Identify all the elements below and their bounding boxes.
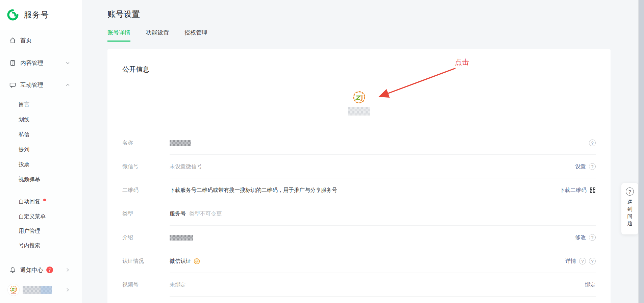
row-name: 名称 ? <box>107 131 611 155</box>
page-title: 账号设置 <box>107 9 140 20</box>
sidebar-item-label: 通知中心 <box>20 266 43 274</box>
question-mark-icon: ? <box>626 187 634 196</box>
chevron-right-icon <box>65 268 70 272</box>
unread-dot <box>43 199 46 201</box>
sidebar-item-home[interactable]: 首页 <box>0 35 82 46</box>
row-qrcode: 二维码 下载服务号二维码或带有搜一搜标识的二维码，用于推广与分享服务号 下载二维… <box>107 178 611 202</box>
help-icon[interactable]: ? <box>589 163 596 170</box>
download-qrcode-link[interactable]: 下载二维码 <box>560 187 587 194</box>
help-icon[interactable]: ? <box>589 140 596 146</box>
sidebar-subitem-auto-reply[interactable]: 自动回复 <box>0 197 82 207</box>
sidebar-subitem-private-messages[interactable]: 私信 <box>0 129 82 140</box>
sidebar-item-label: 内容管理 <box>20 59 43 67</box>
qrcode-icon[interactable] <box>590 187 596 193</box>
name-value-redacted <box>170 140 191 146</box>
sidebar-item-content-management[interactable]: 内容管理 <box>0 57 82 68</box>
sidebar-subitem-custom-menu[interactable]: 自定义菜单 <box>0 211 82 222</box>
brand-header: 服务号 <box>0 0 82 30</box>
tab-bar: 账号详情 功能设置 授权管理 <box>107 29 611 41</box>
modify-introduction-link[interactable]: 修改 <box>575 234 586 241</box>
row-type: 类型 服务号 类型不可变更 <box>107 202 611 226</box>
sidebar: 服务号 首页 内容管理 互动管理 留言 划线 私信 提到 投票 视频弹幕 自动回… <box>0 0 82 303</box>
video-channel-value: 未绑定 <box>170 281 186 288</box>
account-display-name-redacted <box>348 107 370 116</box>
wechat-id-value: 未设置微信号 <box>170 163 202 170</box>
notification-badge: 7 <box>46 267 53 273</box>
help-icon[interactable]: ? <box>589 258 596 264</box>
tab-account-details[interactable]: 账号详情 <box>107 29 130 41</box>
introduction-value-redacted <box>170 235 193 241</box>
brand-title: 服务号 <box>24 9 49 20</box>
sidebar-item-label: 互动管理 <box>20 81 43 89</box>
sidebar-subitem-in-account-search[interactable]: 号内搜索 <box>0 241 82 251</box>
sidebar-item-label: 首页 <box>20 36 32 44</box>
account-switcher[interactable] <box>0 283 82 297</box>
chevron-down-icon[interactable] <box>66 61 70 65</box>
verification-details-link[interactable]: 详情 <box>565 258 576 265</box>
sidebar-item-interaction-management[interactable]: 互动管理 <box>0 79 82 90</box>
public-info-card: 公开信息 点击 名称 ? 微信号 未设置微信 <box>107 49 611 303</box>
account-avatar-block <box>107 89 611 116</box>
tab-function-settings[interactable]: 功能设置 <box>146 29 169 41</box>
sidebar-subitem-comments[interactable]: 留言 <box>0 99 82 109</box>
sidebar-subitem-video-danmu[interactable]: 视频弹幕 <box>0 174 82 184</box>
account-detail-rows: 名称 ? 微信号 未设置微信号 设置 ? 二维码 下载服务号二维码或带有搜一搜标… <box>107 131 611 297</box>
sidebar-subitem-user-management[interactable]: 用户管理 <box>0 226 82 236</box>
row-wechat-id: 微信号 未设置微信号 设置 ? <box>107 155 611 178</box>
sidebar-item-notification-center[interactable]: 通知中心 7 <box>0 264 82 276</box>
sidebar-divider <box>18 190 76 190</box>
help-icon[interactable]: ? <box>579 258 586 264</box>
section-title: 公开信息 <box>122 65 149 74</box>
qrcode-description: 下载服务号二维码或带有搜一搜标识的二维码，用于推广与分享服务号 <box>170 187 337 194</box>
bind-video-channel-link[interactable]: 绑定 <box>585 281 596 288</box>
chat-bubble-icon <box>9 81 16 89</box>
help-icon[interactable]: ? <box>589 234 596 241</box>
sidebar-subitem-mentions[interactable]: 提到 <box>0 145 82 155</box>
vertical-scrollbar[interactable] <box>639 0 644 303</box>
account-name-redacted <box>23 286 52 294</box>
sidebar-divider <box>0 257 82 257</box>
row-video-channel: 视频号 未绑定 绑定 <box>107 273 611 297</box>
account-type-value: 服务号 <box>170 210 186 218</box>
account-avatar <box>8 284 19 296</box>
home-icon <box>9 37 16 44</box>
type-immutable-note: 类型不可变更 <box>189 210 222 218</box>
verified-check-icon <box>194 258 200 264</box>
bell-icon <box>9 267 16 274</box>
sidebar-subitem-votes[interactable]: 投票 <box>0 159 82 170</box>
help-feedback-widget[interactable]: ? 遇 到 问 题 <box>621 183 638 234</box>
annotation-label: 点击 <box>455 57 469 67</box>
account-avatar-logo[interactable] <box>351 89 367 105</box>
tab-authorization-management[interactable]: 授权管理 <box>184 29 207 41</box>
brand-logo-icon <box>6 8 19 21</box>
chevron-up-icon[interactable] <box>66 83 70 87</box>
set-wechat-id-link[interactable]: 设置 <box>575 163 586 170</box>
verification-value: 微信认证 <box>170 258 191 265</box>
row-verification-status: 认证情况 微信认证 详情 ? ? <box>107 249 611 273</box>
sidebar-subitem-underlines[interactable]: 划线 <box>0 115 82 125</box>
chevron-right-icon <box>65 287 70 292</box>
document-icon <box>9 59 16 67</box>
row-introduction: 介绍 修改 ? <box>107 226 611 249</box>
